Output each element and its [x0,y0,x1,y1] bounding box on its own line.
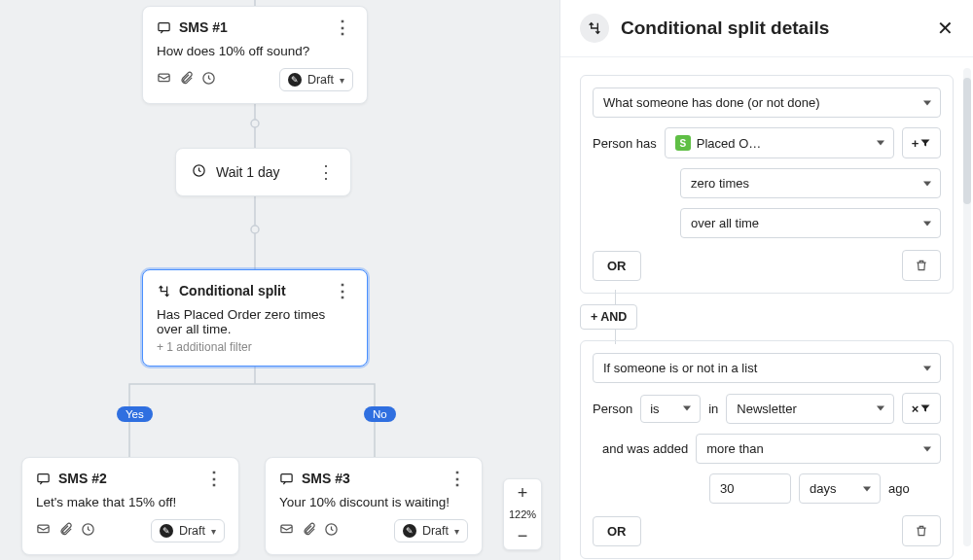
status-label: Draft [179,524,205,538]
shopify-icon: S [675,135,691,151]
condition-type-select[interactable]: If someone is or not in a list [593,353,941,383]
svg-rect-10 [38,473,49,481]
preview-icon[interactable] [157,71,171,88]
node-body: How does 10% off sound? [157,44,353,58]
node-sms-2[interactable]: SMS #2 ⋮ Let's make that 15% off! ✎ Draf… [21,457,239,555]
status-dropdown[interactable]: ✎ Draft ▾ [279,68,353,91]
status-dropdown[interactable]: ✎ Draft ▾ [394,519,468,542]
panel-title: Conditional split details [621,18,925,39]
node-wait[interactable]: Wait 1 day ⋮ [175,148,351,196]
node-sms-3[interactable]: SMS #3 ⋮ Your 10% discount is waiting! ✎… [265,457,483,555]
attachment-icon[interactable] [302,522,316,540]
sms-icon [279,472,294,486]
sms-icon [36,472,51,486]
svg-rect-6 [159,22,169,30]
panel-icon [580,14,609,43]
condition-block-1: What someone has done (or not done) Pers… [580,75,954,294]
branch-label-no: No [364,406,396,422]
clock-icon [192,163,206,181]
draft-dot-icon: ✎ [403,524,416,538]
remove-filter-button[interactable]: × [902,393,941,424]
range-select[interactable]: over all time [680,208,941,238]
node-conditional-split[interactable]: Conditional split ⋮ Has Placed Order zer… [142,269,368,367]
count-select[interactable]: zero times [680,168,941,198]
preview-icon[interactable] [279,522,294,540]
node-sms-1[interactable]: SMS #1 ⋮ How does 10% off sound? ✎ Draft… [142,6,368,104]
chevron-down-icon: ▾ [211,526,216,537]
details-panel: Conditional split details ✕ What someone… [559,0,973,560]
label-added: and was added [602,441,688,456]
svg-rect-7 [159,74,169,82]
node-more-icon[interactable]: ⋮ [332,282,353,299]
smart-send-icon[interactable] [201,71,216,88]
node-subtext: + 1 additional filter [157,340,353,354]
node-body: Your 10% discount is waiting! [279,495,468,509]
node-more-icon[interactable]: ⋮ [332,18,353,36]
attachment-icon[interactable] [58,522,73,540]
chevron-down-icon: ▾ [454,526,459,537]
condition-block-2: If someone is or not in a list Person is… [580,340,954,559]
node-title: SMS #1 [179,19,228,35]
draft-dot-icon: ✎ [160,524,173,538]
status-label: Draft [422,524,449,538]
node-body: Let's make that 15% off! [36,495,225,509]
node-title: Conditional split [179,283,286,298]
node-more-icon[interactable]: ⋮ [447,470,468,487]
node-title: SMS #3 [302,471,350,486]
condition-type-select[interactable]: What someone has done (or not done) [593,88,941,118]
relation-select[interactable]: is [640,395,701,423]
svg-point-2 [251,120,259,127]
wait-label: Wait 1 day [216,164,280,180]
delete-condition-button[interactable] [902,515,941,546]
close-icon[interactable]: ✕ [937,17,954,40]
node-more-icon[interactable]: ⋮ [203,470,225,487]
node-more-icon[interactable]: ⋮ [317,161,335,183]
or-button[interactable]: OR [593,251,641,281]
label-person-has: Person has [593,136,657,151]
number-input[interactable] [709,473,791,504]
flow-canvas[interactable]: SMS #1 ⋮ How does 10% off sound? ✎ Draft… [0,0,559,560]
and-joiner-button[interactable]: + AND [580,304,637,330]
attachment-icon[interactable] [179,71,194,88]
zoom-out-button[interactable]: − [504,522,541,549]
svg-rect-13 [281,473,292,481]
status-dropdown[interactable]: ✎ Draft ▾ [151,519,225,542]
node-title: SMS #2 [58,471,107,486]
preview-icon[interactable] [36,522,51,540]
node-body: Has Placed Order zero times over all tim… [157,307,353,336]
unit-select[interactable]: days [799,473,881,504]
status-label: Draft [307,73,334,87]
delete-condition-button[interactable] [902,250,941,281]
label-ago: ago [888,481,910,496]
label-in: in [708,402,718,416]
sms-icon [157,20,171,35]
panel-scrollbar[interactable] [963,68,971,546]
svg-point-4 [251,226,259,233]
svg-rect-11 [38,525,49,533]
zoom-in-button[interactable]: + [504,479,541,507]
split-icon [157,284,171,298]
smart-send-icon[interactable] [324,522,339,540]
label-person: Person [593,402,632,416]
zoom-percent: 122% [509,507,536,522]
branch-label-yes: Yes [117,406,153,422]
or-button[interactable]: OR [593,516,641,546]
and-joiner: + AND [580,301,954,332]
zoom-control: + 122% − [503,478,542,550]
smart-send-icon[interactable] [81,522,95,540]
metric-select[interactable]: S Placed O… [665,127,894,158]
list-select[interactable]: Newsletter [726,394,894,424]
svg-rect-14 [281,525,292,533]
comparator-select[interactable]: more than [696,434,941,464]
draft-dot-icon: ✎ [288,73,302,87]
chevron-down-icon: ▾ [340,75,344,86]
add-filter-button[interactable]: + [902,127,941,158]
